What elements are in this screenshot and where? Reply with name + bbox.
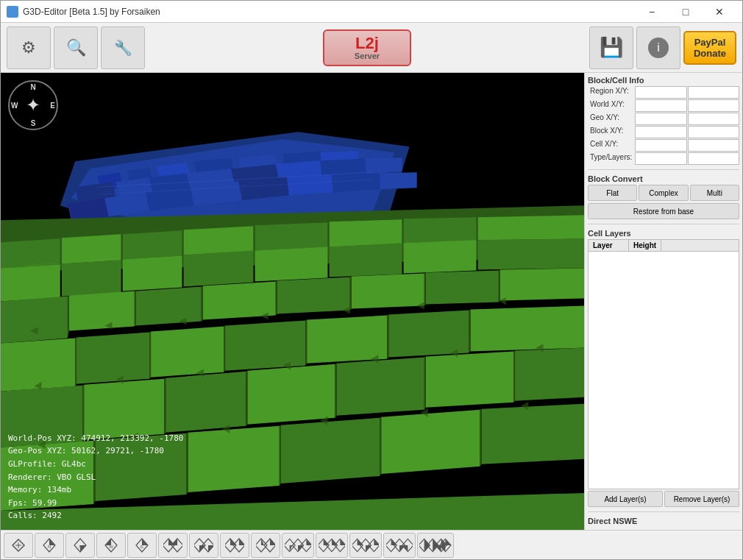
svg-marker-53 xyxy=(203,281,276,319)
nav-s-button[interactable]: S xyxy=(65,533,95,558)
nav-s-icon: S xyxy=(72,537,88,553)
nav-ne-button[interactable] xyxy=(220,533,249,558)
compass-north: N xyxy=(30,83,35,91)
geo-pos: Geo-Pos XYZ: 50162, 29721, -1780 xyxy=(8,444,183,458)
gl-profile: GLProfile: GL4bc xyxy=(8,458,183,471)
memory: Memory: 134mb xyxy=(8,483,183,497)
search-button[interactable]: 🔍 xyxy=(54,26,98,69)
nav-nwe-button[interactable] xyxy=(316,533,348,558)
svg-marker-50 xyxy=(1,296,68,343)
svg-marker-60 xyxy=(202,286,203,321)
main-window: G3D-Editor [Beta 1.5] by Forsaiken − □ ✕… xyxy=(0,0,743,560)
multi-button[interactable]: Multi xyxy=(690,185,739,201)
geo-x-field[interactable] xyxy=(635,113,686,125)
svg-marker-71 xyxy=(470,306,584,352)
info-button[interactable]: i xyxy=(636,26,680,69)
right-panel: Block/Cell Info Region X/Y: World X/Y: G… xyxy=(584,73,742,530)
layers-actions: Add Layer(s) Remove Layer(s) xyxy=(588,491,739,507)
remove-layers-button[interactable]: Remove Layer(s) xyxy=(664,491,739,507)
svg-marker-23 xyxy=(287,174,333,195)
svg-text:N: N xyxy=(48,545,51,549)
nav-swe-button[interactable] xyxy=(282,533,314,558)
svg-marker-89 xyxy=(424,357,426,410)
nav-n-icon: N xyxy=(41,537,57,553)
svg-marker-43 xyxy=(62,260,121,296)
nav-nw-button[interactable] xyxy=(158,533,188,558)
tool-button[interactable]: 🔧 xyxy=(101,26,145,69)
paypal-line2: Donate xyxy=(694,48,726,59)
nav-se-button[interactable] xyxy=(189,533,218,558)
svg-marker-62 xyxy=(350,276,352,310)
logo-sub: Server xyxy=(355,52,380,60)
cell-x-field[interactable] xyxy=(635,139,686,152)
compass: N S E W ✦ xyxy=(8,80,60,132)
svg-marker-86 xyxy=(164,378,166,434)
block-y-field[interactable] xyxy=(688,126,739,138)
cell-layers-title: Cell Layers xyxy=(588,229,739,238)
svg-marker-84 xyxy=(515,348,584,401)
nav-nsw-button[interactable] xyxy=(383,533,416,558)
svg-marker-94 xyxy=(281,418,380,483)
nav-e-button[interactable]: E xyxy=(127,533,157,558)
svg-marker-88 xyxy=(335,364,337,418)
nav-nswe-icon xyxy=(419,537,452,553)
svg-marker-35 xyxy=(60,238,62,264)
svg-marker-59 xyxy=(135,291,136,326)
compass-west: W xyxy=(11,102,18,110)
add-layers-button[interactable]: Add Layer(s) xyxy=(588,491,663,507)
region-y-field[interactable] xyxy=(688,86,739,99)
svg-marker-155 xyxy=(239,539,244,545)
region-x-field[interactable] xyxy=(635,86,686,99)
save-icon: 💾 xyxy=(600,36,623,59)
layer-col-header: Layer xyxy=(589,240,629,251)
svg-text:W: W xyxy=(109,545,113,549)
svg-marker-81 xyxy=(247,364,335,425)
settings-button[interactable]: ⚙ xyxy=(7,26,51,69)
close-button[interactable]: ✕ xyxy=(703,1,736,23)
complex-button[interactable]: Complex xyxy=(639,185,688,201)
block-cell-info-title: Block/Cell Info xyxy=(588,76,739,85)
minimize-button[interactable]: − xyxy=(635,1,669,23)
type-field[interactable] xyxy=(635,152,686,165)
geo-y-field[interactable] xyxy=(688,113,739,125)
nav-nswe-button[interactable] xyxy=(417,533,454,558)
svg-marker-177 xyxy=(374,539,379,545)
svg-marker-159 xyxy=(270,539,275,545)
svg-marker-56 xyxy=(426,270,499,304)
nav-e-icon: E xyxy=(134,537,150,553)
nav-we-button[interactable] xyxy=(251,533,280,558)
nav-nwe-icon xyxy=(319,537,345,553)
svg-marker-67 xyxy=(151,327,224,378)
restore-button[interactable]: Restore from base xyxy=(588,203,739,219)
title-bar-left: G3D-Editor [Beta 1.5] by Forsaiken xyxy=(7,6,160,18)
divider-2 xyxy=(588,224,739,224)
cell-label: Cell X/Y: xyxy=(588,139,634,152)
cell-y-field[interactable] xyxy=(688,139,739,152)
nav-n-button[interactable]: N xyxy=(35,533,64,558)
svg-marker-51 xyxy=(69,291,135,330)
svg-marker-98 xyxy=(187,433,188,495)
svg-marker-45 xyxy=(184,250,254,286)
nav-w-icon: W xyxy=(103,537,119,553)
svg-marker-27 xyxy=(1,238,60,268)
flat-button[interactable]: Flat xyxy=(588,185,637,201)
nav-we-icon xyxy=(256,537,275,553)
layers-body[interactable] xyxy=(589,252,739,384)
svg-marker-165 xyxy=(306,539,311,545)
search-icon: 🔍 xyxy=(66,38,86,57)
world-x-field[interactable] xyxy=(635,99,686,112)
nav-w-button[interactable]: W xyxy=(96,533,126,558)
svg-marker-72 xyxy=(75,338,77,386)
world-y-field[interactable] xyxy=(688,99,739,112)
height-col-header: Height xyxy=(629,240,661,251)
layers-field[interactable] xyxy=(688,152,739,165)
nav-center-button[interactable] xyxy=(4,533,33,558)
viewport[interactable]: N S E W ✦ World-Pos XYZ: 474912, 213392,… xyxy=(1,73,584,530)
paypal-button[interactable]: PayPal Donate xyxy=(683,31,736,65)
block-x-field[interactable] xyxy=(635,126,686,138)
maximize-button[interactable]: □ xyxy=(669,1,703,23)
nav-nse-button[interactable] xyxy=(349,533,382,558)
divider-1 xyxy=(588,169,739,170)
save-button[interactable]: 💾 xyxy=(589,26,633,69)
svg-marker-73 xyxy=(149,332,151,379)
